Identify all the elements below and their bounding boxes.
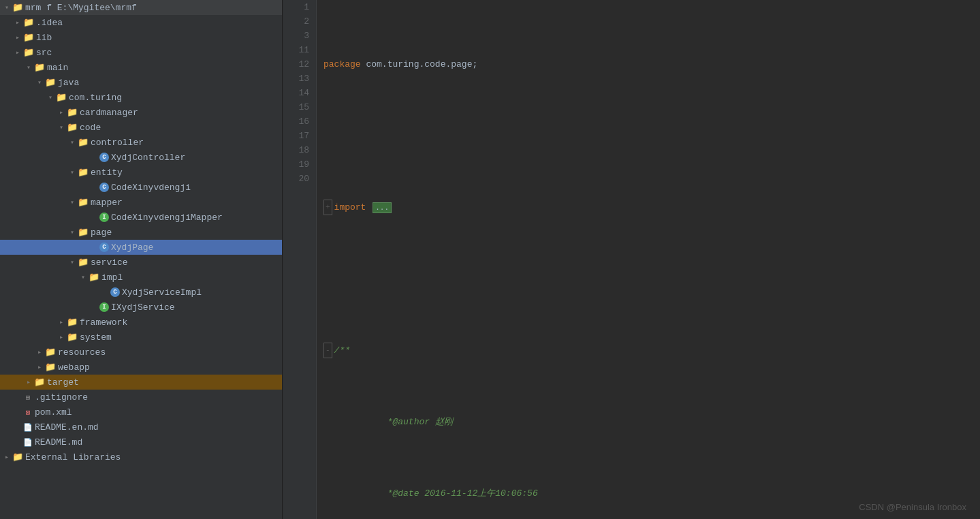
resources-arrow [34, 348, 45, 356]
tree-target[interactable]: 📁 target [0, 375, 282, 390]
code-line-11 [323, 272, 980, 286]
root-folder-icon: 📁 [12, 2, 23, 13]
tree-main[interactable]: 📁 main [0, 60, 282, 75]
target-label: target [47, 377, 79, 388]
tree-resources[interactable]: 📁 resources [0, 345, 282, 360]
tree-code-xinyv-mapper[interactable]: I CodeXinyvdengjiMapper [0, 210, 282, 225]
line-num-17: 17 [283, 129, 309, 143]
tree-xydj-service-impl[interactable]: C XydjServiceImpl [0, 285, 282, 300]
mapper-label: mapper [91, 198, 123, 208]
tree-webapp[interactable]: 📁 webapp [0, 360, 282, 375]
system-folder-icon: 📁 [67, 332, 78, 343]
tree-xydj-page[interactable]: C XydjPage [0, 240, 282, 255]
tree-cardmanager[interactable]: 📁 cardmanager [0, 105, 282, 120]
fold-icon-12[interactable]: - [323, 343, 332, 358]
src-label: src [36, 48, 52, 58]
tree-lib[interactable]: 📁 lib [0, 30, 282, 45]
code-folder-icon: 📁 [67, 122, 78, 133]
tree-code-xinyv[interactable]: C CodeXinyvdengji [0, 180, 282, 195]
tree-java[interactable]: 📁 java [0, 75, 282, 90]
tree-ext-libs[interactable]: 📁 External Libraries [0, 450, 282, 465]
lib-label: lib [36, 33, 52, 43]
tree-pom[interactable]: ⊠ pom.xml [0, 405, 282, 420]
code-xinyv-mapper-icon: I [99, 213, 109, 222]
tree-root[interactable]: 📁 mrm f E:\Mygitee\mrmf [0, 0, 282, 15]
tree-entity[interactable]: 📁 entity [0, 165, 282, 180]
resources-folder-icon: 📁 [45, 347, 56, 358]
import-fold-marker[interactable]: ... [373, 202, 392, 213]
fold-icon-3[interactable]: + [323, 200, 332, 215]
webapp-label: webapp [58, 362, 90, 373]
tree-controller[interactable]: 📁 controller [0, 135, 282, 150]
target-arrow [23, 378, 34, 386]
tree-page[interactable]: 📁 page [0, 225, 282, 240]
webapp-arrow [34, 363, 45, 371]
xydj-page-icon: C [99, 242, 109, 252]
impl-label: impl [101, 272, 123, 283]
line-num-16: 16 [283, 114, 309, 129]
xydj-svc-impl-label: XydjServiceImpl [122, 287, 202, 298]
tree-gitignore[interactable]: ⊞ .gitignore [0, 390, 282, 405]
tree-ixydj-service[interactable]: I IXydjService [0, 300, 282, 315]
java-arrow [34, 78, 45, 86]
code-editor[interactable]: 1 2 3 11 12 13 14 15 16 17 18 19 20 pack… [283, 0, 980, 519]
file-tree[interactable]: 📁 mrm f E:\Mygitee\mrmf 📁 .idea 📁 lib 📁 … [0, 0, 283, 519]
pom-label: pom.xml [35, 407, 72, 418]
tree-com-turing[interactable]: 📁 com.turing [0, 90, 282, 105]
readme-icon: 📄 [23, 438, 33, 447]
entity-label: entity [91, 168, 123, 178]
code-line-3: +import ... [323, 200, 980, 215]
line-num-20: 20 [283, 172, 309, 186]
tree-code[interactable]: 📁 code [0, 120, 282, 135]
line-num-12: 12 [283, 57, 309, 72]
pom-icon: ⊠ [23, 408, 33, 417]
tree-system[interactable]: 📁 system [0, 330, 282, 345]
code-label: code [80, 123, 101, 133]
src-folder-icon: 📁 [23, 47, 34, 58]
tree-xydj-controller[interactable]: C XydjController [0, 150, 282, 165]
line-num-15: 15 [283, 100, 309, 114]
ixydj-svc-icon: I [99, 302, 109, 312]
idea-label: .idea [36, 18, 63, 28]
main-folder-icon: 📁 [34, 62, 45, 73]
tree-src[interactable]: 📁 src [0, 45, 282, 60]
line-numbers: 1 2 3 11 12 13 14 15 16 17 18 19 20 [283, 0, 317, 519]
line-num-14: 14 [283, 86, 309, 100]
mapper-arrow [67, 198, 78, 206]
java-folder-icon: 📁 [45, 77, 56, 88]
xydj-ctrl-label: XydjController [111, 153, 185, 163]
tree-mapper[interactable]: 📁 mapper [0, 195, 282, 210]
entity-arrow [67, 168, 78, 176]
controller-arrow [67, 138, 78, 146]
tree-readme-en[interactable]: 📄 README.en.md [0, 420, 282, 435]
watermark: CSDN @Peninsula Ironbox [859, 502, 966, 512]
controller-folder-icon: 📁 [78, 137, 89, 148]
code-content[interactable]: package com.turing.code.page; +import ..… [317, 0, 980, 519]
entity-folder-icon: 📁 [78, 167, 89, 178]
com-turing-folder-icon: 📁 [56, 92, 67, 103]
page-label: page [91, 227, 112, 238]
src-arrow [12, 48, 23, 57]
readme-en-icon: 📄 [23, 423, 33, 432]
idea-arrow [12, 18, 23, 27]
lib-folder-icon: 📁 [23, 32, 34, 43]
system-label: system [80, 332, 112, 343]
readme-label: README.md [35, 437, 82, 447]
code-line-12: -/** [323, 343, 980, 358]
tree-service[interactable]: 📁 service [0, 255, 282, 270]
ixydj-svc-label: IXydjService [111, 302, 175, 313]
line-num-2: 2 [283, 14, 309, 29]
com-turing-label: com.turing [69, 93, 122, 103]
resources-label: resources [58, 347, 106, 358]
code-xinyv-label: CodeXinyvdengji [111, 183, 191, 193]
tree-idea[interactable]: 📁 .idea [0, 15, 282, 30]
xydj-ctrl-icon: C [99, 153, 109, 162]
cardmanager-folder-icon: 📁 [67, 107, 78, 118]
system-arrow [56, 333, 67, 341]
tree-impl[interactable]: 📁 impl [0, 270, 282, 285]
service-folder-icon: 📁 [78, 257, 89, 268]
readme-en-label: README.en.md [35, 422, 99, 432]
tree-framework[interactable]: 📁 framework [0, 315, 282, 330]
page-arrow [67, 228, 78, 236]
tree-readme[interactable]: 📄 README.md [0, 435, 282, 450]
